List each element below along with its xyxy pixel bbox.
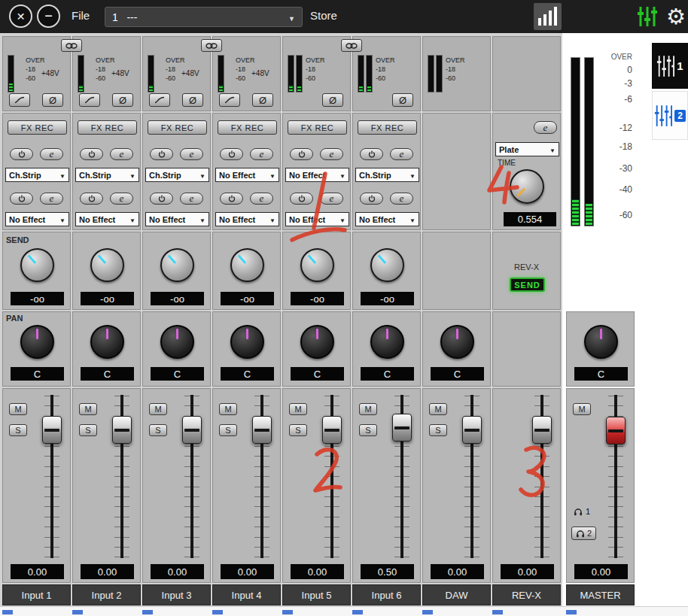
fader-handle[interactable]: [532, 416, 552, 444]
pan-knob[interactable]: [300, 325, 334, 359]
fx-rec-button[interactable]: FX REC: [8, 120, 67, 135]
fader-handle[interactable]: [42, 416, 62, 444]
view-tab-1[interactable]: 1: [652, 43, 688, 89]
fx2-edit-button[interactable]: e: [180, 193, 203, 205]
fx2-select[interactable]: No Effect: [145, 212, 209, 226]
phones-2-button[interactable]: 2: [571, 526, 596, 540]
fx-rec-button[interactable]: FX REC: [148, 120, 207, 135]
revx-time-knob[interactable]: [510, 169, 544, 204]
fx2-select[interactable]: No Effect: [285, 212, 349, 226]
send-knob[interactable]: [20, 248, 54, 282]
fx-rec-button[interactable]: FX REC: [218, 120, 277, 135]
minimize-button[interactable]: [37, 5, 60, 28]
send-knob[interactable]: [300, 248, 334, 282]
phase-button[interactable]: Ø: [252, 93, 273, 107]
revx-edit-button[interactable]: e: [534, 121, 557, 134]
solo-button[interactable]: S: [429, 424, 447, 436]
fx2-edit-button[interactable]: e: [110, 193, 133, 205]
fx1-select[interactable]: Ch.Strip: [75, 168, 139, 182]
view-tab-2[interactable]: 2: [652, 91, 688, 140]
bottom-scroll-area[interactable]: [0, 606, 688, 616]
meter-view-button[interactable]: [534, 3, 562, 30]
link-channels-3-4-button[interactable]: [201, 39, 222, 52]
fx1-select[interactable]: No Effect: [215, 168, 279, 182]
fx2-select[interactable]: No Effect: [75, 212, 139, 226]
fx1-power-button[interactable]: [10, 148, 33, 160]
mute-button[interactable]: M: [219, 403, 237, 415]
solo-button[interactable]: S: [359, 424, 377, 436]
fx2-edit-button[interactable]: e: [320, 193, 343, 205]
fx1-power-button[interactable]: [360, 148, 383, 160]
fx2-edit-button[interactable]: e: [40, 193, 63, 205]
fx1-edit-button[interactable]: e: [110, 148, 133, 160]
fader-handle[interactable]: [392, 414, 412, 442]
solo-button[interactable]: S: [149, 424, 167, 436]
master-pan-knob[interactable]: [584, 325, 618, 359]
fader-handle[interactable]: [182, 416, 202, 444]
store-button[interactable]: Store: [310, 9, 337, 22]
mute-button[interactable]: M: [9, 403, 27, 415]
fx1-edit-button[interactable]: e: [250, 148, 273, 160]
send-knob[interactable]: [160, 248, 194, 282]
fx2-power-button[interactable]: [150, 193, 173, 205]
solo-button[interactable]: S: [289, 424, 307, 436]
send-knob[interactable]: [90, 248, 124, 282]
channel-strip-view-icon[interactable]: [636, 5, 659, 28]
link-channels-5-6-button[interactable]: [341, 39, 362, 52]
master-mute-button[interactable]: M: [573, 403, 591, 415]
pan-knob[interactable]: [230, 325, 264, 359]
master-fader-handle[interactable]: [606, 417, 626, 445]
fader-handle[interactable]: [462, 416, 482, 444]
fx2-power-button[interactable]: [80, 193, 103, 205]
send-knob[interactable]: [230, 248, 264, 282]
fx-rec-button[interactable]: FX REC: [358, 120, 417, 135]
mute-button[interactable]: M: [359, 403, 377, 415]
fx2-select[interactable]: No Effect: [5, 212, 69, 226]
solo-button[interactable]: S: [79, 424, 97, 436]
hpf-button[interactable]: [79, 93, 100, 107]
fx2-edit-button[interactable]: e: [250, 193, 273, 205]
file-menu[interactable]: File: [72, 9, 90, 22]
fx1-edit-button[interactable]: e: [40, 148, 63, 160]
phase-button[interactable]: Ø: [182, 93, 203, 107]
fx1-power-button[interactable]: [150, 148, 173, 160]
fx1-power-button[interactable]: [80, 148, 103, 160]
pan-knob[interactable]: [20, 325, 54, 359]
hpf-button[interactable]: [9, 93, 30, 107]
phase-button[interactable]: Ø: [112, 93, 133, 107]
fx2-edit-button[interactable]: e: [390, 193, 413, 205]
fader-handle[interactable]: [252, 416, 272, 444]
fx2-power-button[interactable]: [220, 193, 243, 205]
fx1-power-button[interactable]: [220, 148, 243, 160]
fx1-select[interactable]: Ch.Strip: [145, 168, 209, 182]
pan-knob[interactable]: [90, 325, 124, 359]
fx2-select[interactable]: No Effect: [355, 212, 419, 226]
solo-button[interactable]: S: [219, 424, 237, 436]
settings-button[interactable]: [664, 3, 688, 30]
scene-dropdown[interactable]: 1 ---: [105, 7, 303, 27]
mute-button[interactable]: M: [79, 403, 97, 415]
fx1-edit-button[interactable]: e: [180, 148, 203, 160]
link-channels-1-2-button[interactable]: [61, 39, 82, 52]
fx1-select[interactable]: Ch.Strip: [5, 168, 69, 182]
fx2-power-button[interactable]: [290, 193, 313, 205]
fx-rec-button[interactable]: FX REC: [78, 120, 137, 135]
mute-button[interactable]: M: [149, 403, 167, 415]
solo-button[interactable]: S: [9, 424, 27, 436]
fx1-edit-button[interactable]: e: [390, 148, 413, 160]
mute-button[interactable]: M: [289, 403, 307, 415]
fx-rec-button[interactable]: FX REC: [288, 120, 347, 135]
revx-send-button[interactable]: SEND: [510, 278, 545, 292]
phase-button[interactable]: Ø: [322, 93, 343, 107]
fx2-power-button[interactable]: [360, 193, 383, 205]
fx1-edit-button[interactable]: e: [320, 148, 343, 160]
fader-handle[interactable]: [322, 416, 342, 444]
pan-knob[interactable]: [160, 325, 194, 359]
pan-knob[interactable]: [370, 325, 404, 359]
mute-button[interactable]: M: [429, 403, 447, 415]
fader-handle[interactable]: [112, 416, 132, 444]
hpf-button[interactable]: [219, 93, 240, 107]
close-button[interactable]: [9, 5, 32, 28]
fx1-select[interactable]: Ch.Strip: [355, 168, 419, 182]
hpf-button[interactable]: [149, 93, 170, 107]
